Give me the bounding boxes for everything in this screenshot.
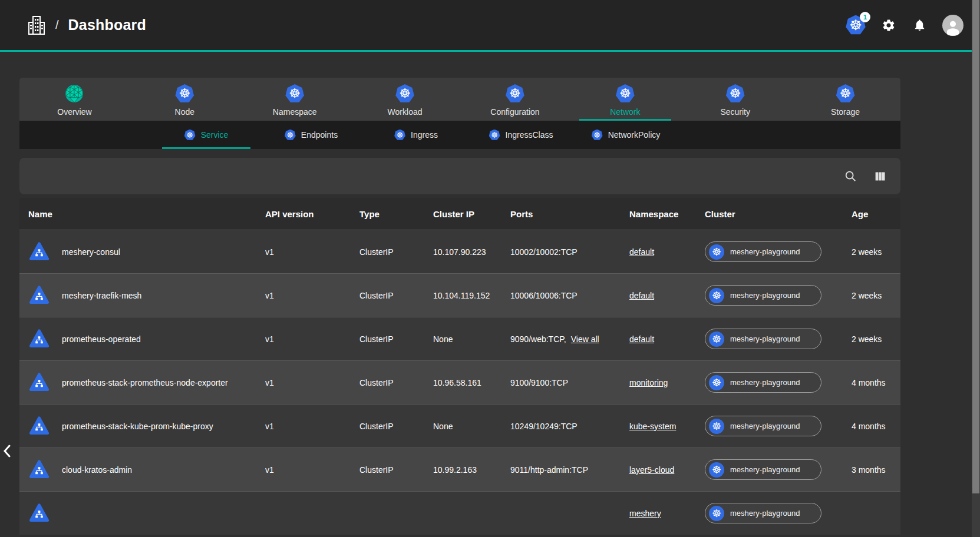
tab-node[interactable]: ☸ Node <box>130 78 240 121</box>
column-header-name[interactable]: Name <box>19 209 265 219</box>
cluster-chip[interactable]: ☸ meshery-playground <box>705 329 821 349</box>
cluster-chip[interactable]: ☸ meshery-playground <box>705 459 821 480</box>
kubernetes-icon: ☸ <box>726 84 745 103</box>
tab-configuration[interactable]: ☸ Configuration <box>460 78 570 121</box>
service-icon <box>28 372 50 393</box>
user-avatar[interactable] <box>942 15 963 36</box>
settings-gear-icon[interactable] <box>881 18 896 33</box>
namespace-link[interactable]: kube-system <box>629 422 676 431</box>
cluster-chip[interactable]: ☸ meshery-playground <box>705 241 821 262</box>
table-row[interactable]: prometheus-stack-prometheus-node-exporte… <box>19 360 900 404</box>
view-all-link[interactable]: View all <box>571 334 599 344</box>
page-title: Dashboard <box>68 16 146 34</box>
namespace-link[interactable]: meshery <box>629 509 661 518</box>
tab-security[interactable]: ☸ Security <box>680 78 790 121</box>
kubernetes-context-button[interactable]: ☸ 1 <box>846 15 866 35</box>
view-columns-icon[interactable] <box>872 168 887 184</box>
subtab-service[interactable]: ☸ Service <box>154 121 259 149</box>
breadcrumb-separator: / <box>55 18 59 32</box>
api-version: v1 <box>265 334 359 344</box>
tab-label: Node <box>175 107 194 117</box>
column-header-cluster-ip[interactable]: Cluster IP <box>433 209 510 219</box>
age: 4 months <box>852 378 900 387</box>
column-header-age[interactable]: Age <box>852 209 900 219</box>
table-row[interactable]: prometheus-stack-kube-prom-kube-proxy v1… <box>19 404 900 448</box>
tab-network[interactable]: ☸ Network <box>570 78 680 121</box>
ports: 9090/web:TCP, <box>510 334 566 344</box>
table-header-row: Name API version Type Cluster IP Ports N… <box>19 198 900 230</box>
scrollbar-track[interactable] <box>972 0 980 537</box>
subtab-label: IngressClass <box>506 130 553 140</box>
service-type: ClusterIP <box>359 291 433 300</box>
api-version: v1 <box>265 465 359 475</box>
column-header-namespace[interactable]: Namespace <box>629 209 705 219</box>
subtab-ingressclass[interactable]: ☸ IngressClass <box>468 121 573 149</box>
tab-workload[interactable]: ☸ Workload <box>350 78 460 121</box>
cluster-chip[interactable]: ☸ meshery-playground <box>705 372 821 393</box>
kubernetes-icon: ☸ <box>184 130 196 141</box>
column-header-cluster[interactable]: Cluster <box>705 209 852 219</box>
tab-namespace[interactable]: ☸ Namespace <box>240 78 350 121</box>
organization-icon[interactable] <box>27 15 46 36</box>
cluster-chip[interactable]: ☸ meshery-playground <box>705 285 821 306</box>
ports: 9100/9100:TCP <box>510 378 568 387</box>
cluster-ip: 10.104.119.152 <box>433 291 510 300</box>
service-icon <box>28 329 50 349</box>
subtab-ingress[interactable]: ☸ Ingress <box>364 121 468 149</box>
cluster-chip[interactable]: ☸ meshery-playground <box>705 503 821 523</box>
table-row[interactable]: cloud-kratos-admin v1 ClusterIP 10.99.2.… <box>19 448 900 491</box>
subtab-label: NetworkPolicy <box>608 130 661 140</box>
column-header-ports[interactable]: Ports <box>510 209 629 219</box>
table-row[interactable]: prometheus-operated v1 ClusterIP None 90… <box>19 317 900 360</box>
cluster-name: meshery-playground <box>730 378 800 387</box>
api-version: v1 <box>265 422 359 431</box>
namespace-link[interactable]: layer5-cloud <box>629 465 674 475</box>
service-icon <box>28 416 50 436</box>
search-icon[interactable] <box>843 168 858 184</box>
app-bar: / Dashboard ☸ 1 <box>0 0 980 52</box>
network-subtabs: ☸ Service ☸ Endpoints ☸ Ingress ☸ Ingres… <box>19 121 900 149</box>
kubernetes-icon: ☸ <box>709 375 724 390</box>
service-name: prometheus-stack-prometheus-node-exporte… <box>62 378 228 387</box>
cluster-chip[interactable]: ☸ meshery-playground <box>705 416 821 436</box>
kubernetes-icon: ☸ <box>709 419 724 434</box>
kubernetes-icon: ☸ <box>616 84 635 103</box>
breadcrumb: / Dashboard <box>27 15 146 36</box>
cluster-name: meshery-playground <box>730 422 800 430</box>
notifications-bell-icon[interactable] <box>912 18 927 33</box>
cluster-name: meshery-playground <box>730 291 800 300</box>
ports: 10249/10249:TCP <box>510 422 578 431</box>
kubernetes-icon: ☸ <box>395 84 414 103</box>
tab-overview[interactable]: Overview <box>19 78 130 121</box>
age: 4 months <box>852 422 900 431</box>
kubernetes-icon: ☸ <box>709 244 724 260</box>
column-header-api-version[interactable]: API version <box>265 209 359 219</box>
service-type: ClusterIP <box>359 465 433 475</box>
scrollbar-thumb[interactable] <box>972 0 979 493</box>
subtab-endpoints[interactable]: ☸ Endpoints <box>259 121 364 149</box>
tab-label: Namespace <box>273 107 317 117</box>
namespace-link[interactable]: default <box>629 291 654 300</box>
tab-label: Overview <box>57 107 91 117</box>
sidebar-collapse-button[interactable] <box>1 442 14 460</box>
age: 2 weeks <box>852 247 900 257</box>
cluster-ip: 10.107.90.223 <box>433 247 510 257</box>
kubernetes-icon: ☸ <box>592 130 603 141</box>
cluster-ip: None <box>433 422 510 431</box>
namespace-link[interactable]: default <box>629 334 654 344</box>
tab-storage[interactable]: ☸ Storage <box>790 78 900 121</box>
service-type: ClusterIP <box>359 334 433 344</box>
chevron-left-icon <box>3 445 11 458</box>
column-header-type[interactable]: Type <box>359 209 433 219</box>
subtab-networkpolicy[interactable]: ☸ NetworkPolicy <box>573 121 678 149</box>
namespace-link[interactable]: default <box>629 247 654 257</box>
tab-label: Workload <box>388 107 423 117</box>
tab-label: Security <box>720 107 750 117</box>
cluster-name: meshery-playground <box>730 465 800 474</box>
table-row[interactable]: meshery-traefik-mesh v1 ClusterIP 10.104… <box>19 273 900 317</box>
namespace-link[interactable]: monitoring <box>629 378 668 387</box>
cluster-ip: 10.96.58.161 <box>433 378 510 387</box>
table-row[interactable]: meshery ☸ meshery-playground <box>19 491 900 535</box>
cluster-name: meshery-playground <box>730 334 800 343</box>
table-row[interactable]: meshery-consul v1 ClusterIP 10.107.90.22… <box>19 230 900 273</box>
